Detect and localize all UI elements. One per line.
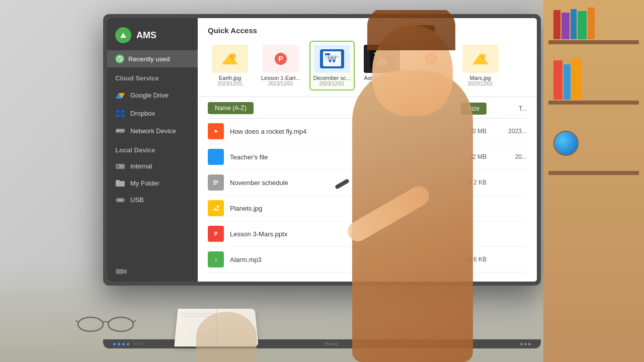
folder-icon-svg [211, 153, 220, 161]
qa-filename-lesson-astr: L...astr... [421, 75, 442, 81]
monitor-port [133, 342, 143, 345]
file-size-alarm: 23.6 KB [446, 256, 487, 263]
shelf-3 [548, 171, 639, 175]
monitor-controls [520, 343, 531, 345]
qa-date-astronauts: 2023/12/01 [369, 81, 394, 86]
sidebar-item-internal[interactable]: Internal [107, 158, 198, 174]
qa-filename-mars: Mars.jpg [470, 75, 491, 81]
file-table-header: Name (A-Z) Size T... [208, 97, 527, 119]
file-row-rocket[interactable]: How does a rocket fly.mp4 20 MB 2023... [208, 119, 527, 144]
svg-rect-18 [119, 199, 122, 201]
qa-thumbnail-astronauts [364, 45, 400, 73]
svg-text:♪: ♪ [214, 256, 217, 263]
qa-date-december: 2023/12/01 [319, 81, 345, 86]
ppt-file-icon: P [208, 226, 224, 242]
svg-rect-16 [115, 199, 117, 201]
internal-label: Internal [130, 162, 152, 170]
sidebar-item-google-drive[interactable]: Google Drive [107, 86, 198, 104]
video-icon-svg [211, 127, 220, 136]
file-size-november: 8.2 KB [446, 179, 487, 186]
svg-point-39 [378, 57, 386, 65]
webcam [415, 25, 435, 32]
ams-header: AMS [107, 18, 198, 50]
qa-item-mars[interactable]: Mars.jpg 2023/12/01 [458, 41, 503, 90]
audio-icon-svg: ♪ [211, 255, 220, 264]
qa-item-earth[interactable]: Earth.jpg 2023/12/01 [208, 41, 252, 90]
network-device-label: Network Device [130, 127, 176, 135]
svg-point-36 [386, 54, 387, 55]
file-row-teacher[interactable]: Teacher's file 12 MB 20... [208, 144, 527, 170]
sidebar-item-usb[interactable]: USB [107, 192, 198, 208]
glasses [75, 312, 136, 332]
monitor-ctrl-1 [520, 343, 523, 345]
svg-point-34 [374, 53, 375, 54]
book-7 [564, 64, 571, 100]
qa-item-lesson-astr[interactable]: P L...astr... 2023/12/01 [409, 41, 453, 90]
shelf-1 [548, 40, 639, 44]
doc-icon-svg [212, 178, 220, 187]
sidebar-item-dropbox[interactable]: Dropbox [107, 104, 198, 122]
file-size-rocket: 20 MB [446, 128, 487, 135]
svg-rect-19 [116, 269, 124, 274]
qa-item-astronauts[interactable]: Astronauts.jpg 2023/12/01 [360, 41, 404, 90]
qa-item-december[interactable]: W December sc... 2023/12/01 [309, 41, 355, 90]
qa-filename-lesson1: Lesson 1-Eart... [261, 75, 300, 81]
local-device-title: Local Device [107, 139, 198, 158]
monitor-ctrl-3 [528, 343, 531, 345]
col-name-header: Name (A-Z) [208, 102, 446, 114]
svg-marker-20 [124, 269, 127, 274]
clock-svg [117, 56, 123, 62]
file-row-november[interactable]: November schedule 8.2 KB [208, 170, 527, 196]
google-drive-icon [115, 90, 125, 100]
qa-item-lesson1[interactable]: P Lesson 1-Eart... 2023/12/01 [257, 41, 304, 90]
webcam-lens [423, 27, 427, 31]
svg-rect-13 [120, 165, 124, 166]
internal-icon [115, 163, 125, 170]
sidebar-item-my-folder[interactable]: My Folder [107, 174, 198, 192]
monitor-bottom-bar: BenQ [103, 339, 541, 348]
book-line-1 [181, 313, 216, 314]
image-icon-svg [211, 204, 220, 213]
book-6 [553, 60, 562, 100]
time-label: T... [519, 103, 527, 115]
file-row-planets[interactable]: Planets.jpg [208, 196, 527, 221]
file-row-lesson3[interactable]: P Lesson 3-Mars.pptx [208, 221, 527, 247]
svg-text:P: P [278, 55, 283, 63]
sidebar: AMS Recently used Cloud Service [107, 18, 198, 282]
book-5 [588, 8, 595, 39]
video-file-icon [208, 123, 224, 139]
sidebar-item-network-device[interactable]: Network Device [107, 122, 198, 139]
usb-label: USB [130, 196, 144, 204]
lesson1-thumbnail: P [269, 49, 293, 68]
doc-file-icon [208, 174, 224, 191]
monitor-ctrl-2 [524, 343, 527, 345]
sidebar-item-recently-used[interactable]: Recently used [107, 50, 198, 67]
file-name-rocket: How does a rocket fly.mp4 [230, 128, 446, 135]
book-3 [571, 9, 577, 39]
file-size-teacher: 12 MB [446, 153, 487, 160]
svg-line-62 [75, 321, 78, 322]
monitor-indicator-1 [113, 343, 116, 345]
bookshelf [543, 0, 644, 362]
main-content: Quick Access Earth.jpg 2023/12/01 [198, 18, 537, 282]
svg-point-60 [108, 317, 133, 331]
monitor-indicator-2 [118, 343, 120, 345]
file-row-alarm[interactable]: ♪ Alarm.mp3 23.6 KB [208, 247, 527, 273]
file-name-november: November schedule [230, 179, 446, 187]
qa-date-mars: 2023/12/01 [468, 81, 493, 86]
book-8 [572, 58, 582, 100]
quick-access-grid: Earth.jpg 2023/12/01 P Lesson 1-Eart [208, 41, 527, 90]
file-name-lesson3: Lesson 3-Mars.pptx [230, 230, 446, 238]
file-name-planets: Planets.jpg [230, 205, 446, 212]
book-4 [578, 11, 587, 39]
cloud-service-title: Cloud Service [107, 67, 198, 86]
globe [553, 131, 579, 156]
monitor-screen: AMS Recently used Cloud Service [107, 18, 537, 282]
svg-point-37 [390, 52, 391, 53]
folder-file-icon [208, 149, 224, 165]
svg-point-45 [481, 54, 486, 59]
sort-name-button[interactable]: Name (A-Z) [208, 102, 254, 114]
astronauts-thumbnail [370, 49, 394, 68]
qa-thumbnail-lesson1: P [263, 45, 299, 73]
svg-point-35 [379, 51, 380, 52]
